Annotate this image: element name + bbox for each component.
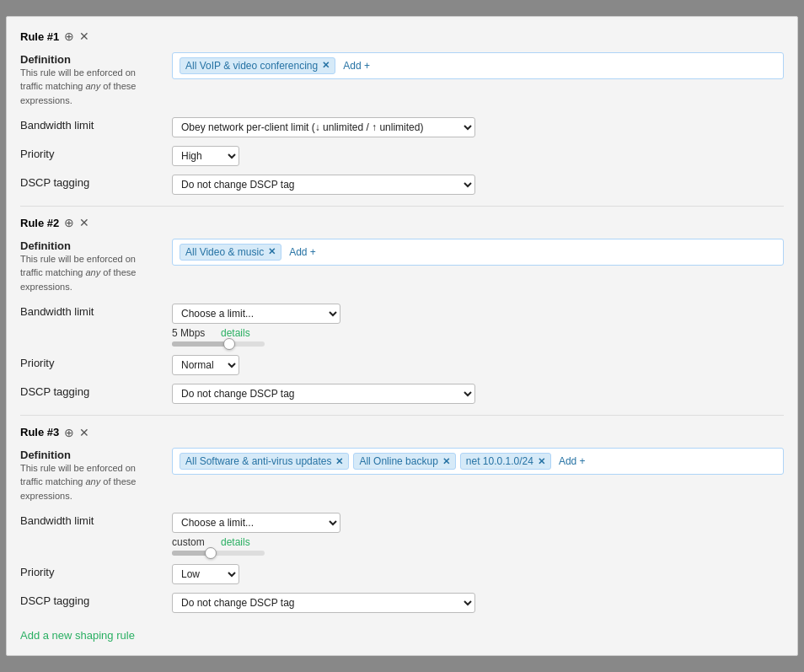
definition-label-1: DefinitionThis rule will be enforced ont… <box>20 48 172 113</box>
add-tag-button-3[interactable]: Add + <box>555 454 589 469</box>
priority-value-1: HighNormalLow <box>172 142 784 170</box>
rule-divider-1 <box>20 206 784 207</box>
definition-tags-1: All VoIP & video conferencing✕Add + <box>172 48 784 113</box>
bandwidth-label-2: Bandwidth limit <box>20 299 172 324</box>
slider-track-row-2 <box>172 341 784 347</box>
tag-text-3-0: All Software & anti-virus updates <box>185 455 331 467</box>
details-link-3[interactable]: details <box>221 536 250 548</box>
priority-label-2: Priority <box>20 351 172 375</box>
slider-thumb-2[interactable] <box>223 338 235 350</box>
slider-thumb-3[interactable] <box>205 547 217 559</box>
tag-text-3-2: net 10.0.1.0/24 <box>466 455 533 467</box>
tag-text-3-1: All Online backup <box>359 455 437 467</box>
add-rule-link[interactable]: Add a new shaping rule <box>20 629 135 642</box>
tag-2-0: All Video & music✕ <box>180 244 281 261</box>
slider-track-3[interactable] <box>172 551 265 556</box>
rule-body-2: DefinitionThis rule will be enforced ont… <box>20 234 784 408</box>
bandwidth-value-3: Choose a limit...Obey network per-client… <box>172 508 784 560</box>
add-tag-button-1[interactable]: Add + <box>340 58 373 73</box>
main-container: Rule #1⊕✕DefinitionThis rule will be enf… <box>6 16 798 657</box>
rule-section-3: Rule #3⊕✕DefinitionThis rule will be enf… <box>20 422 784 617</box>
dscp-select-1[interactable]: Do not change DSCP tag <box>172 175 475 195</box>
rule-title-3: Rule #3 <box>20 426 59 438</box>
rule-delete-icon-3[interactable]: ✕ <box>79 427 89 438</box>
dscp-select-3[interactable]: Do not change DSCP tag <box>172 593 475 613</box>
slider-track-row-3 <box>172 551 784 556</box>
slider-label-2: 5 Mbps <box>172 327 214 339</box>
rule-move-icon-3[interactable]: ⊕ <box>64 427 74 438</box>
tag-text-1-0: All VoIP & video conferencing <box>185 60 318 72</box>
bandwidth-select-1[interactable]: Obey network per-client limit (↓ unlimit… <box>172 117 475 137</box>
rule-delete-icon-2[interactable]: ✕ <box>79 217 89 228</box>
tag-3-2: net 10.0.1.0/24✕ <box>460 453 551 470</box>
tag-remove-2-0[interactable]: ✕ <box>268 246 276 257</box>
tag-3-0: All Software & anti-virus updates✕ <box>180 453 349 470</box>
dscp-label-3: DSCP tagging <box>20 589 172 613</box>
priority-select-3[interactable]: HighNormalLow <box>172 564 239 584</box>
slider-area-2: 5 Mbpsdetails <box>172 327 784 347</box>
definition-tags-3: All Software & anti-virus updates✕All On… <box>172 444 784 508</box>
bandwidth-label-1: Bandwidth limit <box>20 113 172 137</box>
bandwidth-value-2: Choose a limit...Obey network per-client… <box>172 299 784 351</box>
slider-track-2[interactable] <box>172 341 265 347</box>
rule-body-3: DefinitionThis rule will be enforced ont… <box>20 444 784 617</box>
rule-section-1: Rule #1⊕✕DefinitionThis rule will be enf… <box>20 27 784 199</box>
rule-divider-2 <box>20 415 784 416</box>
bandwidth-select-3[interactable]: Choose a limit...Obey network per-client… <box>172 513 340 533</box>
priority-label-1: Priority <box>20 142 172 166</box>
tag-row-1: All VoIP & video conferencing✕Add + <box>172 52 784 79</box>
rule-title-1: Rule #1 <box>20 30 59 43</box>
priority-select-1[interactable]: HighNormalLow <box>172 146 239 166</box>
dscp-label-2: DSCP tagging <box>20 379 172 404</box>
rule-header-2: Rule #2⊕✕ <box>20 213 784 229</box>
tag-1-0: All VoIP & video conferencing✕ <box>180 57 335 74</box>
tag-text-2-0: All Video & music <box>185 246 264 258</box>
priority-value-2: HighNormalLow <box>172 351 784 379</box>
definition-tags-2: All Video & music✕Add + <box>172 234 784 299</box>
rule-header-1: Rule #1⊕✕ <box>20 27 784 43</box>
tag-3-1: All Online backup✕ <box>353 453 455 470</box>
rule-delete-icon-1[interactable]: ✕ <box>79 30 89 42</box>
rule-move-icon-1[interactable]: ⊕ <box>64 30 74 42</box>
slider-row-2: 5 Mbpsdetails <box>172 327 784 339</box>
rule-header-3: Rule #3⊕✕ <box>20 422 784 438</box>
bandwidth-select-2[interactable]: Choose a limit...Obey network per-client… <box>172 304 340 324</box>
tag-remove-3-0[interactable]: ✕ <box>335 456 343 467</box>
rule-title-2: Rule #2 <box>20 217 59 229</box>
add-tag-button-2[interactable]: Add + <box>286 245 319 260</box>
tag-row-2: All Video & music✕Add + <box>172 239 784 266</box>
dscp-value-1: Do not change DSCP tag <box>172 170 784 199</box>
slider-fill-2 <box>172 341 229 347</box>
tag-remove-1-0[interactable]: ✕ <box>322 60 330 71</box>
priority-label-3: Priority <box>20 560 172 584</box>
dscp-label-1: DSCP tagging <box>20 170 172 195</box>
tag-remove-3-1[interactable]: ✕ <box>442 456 450 467</box>
bandwidth-label-3: Bandwidth limit <box>20 508 172 533</box>
slider-label-3: custom <box>172 536 214 548</box>
dscp-value-2: Do not change DSCP tag <box>172 379 784 408</box>
tag-remove-3-2[interactable]: ✕ <box>538 456 545 467</box>
details-link-2[interactable]: details <box>221 327 250 339</box>
rule-section-2: Rule #2⊕✕DefinitionThis rule will be enf… <box>20 213 784 408</box>
dscp-select-2[interactable]: Do not change DSCP tag <box>172 384 475 404</box>
priority-select-2[interactable]: HighNormalLow <box>172 355 239 375</box>
bandwidth-value-1: Obey network per-client limit (↓ unlimit… <box>172 113 784 142</box>
dscp-value-3: Do not change DSCP tag <box>172 589 784 617</box>
slider-area-3: customdetails <box>172 536 784 556</box>
tag-row-3: All Software & anti-virus updates✕All On… <box>172 448 784 475</box>
rule-body-1: DefinitionThis rule will be enforced ont… <box>20 48 784 199</box>
definition-label-2: DefinitionThis rule will be enforced ont… <box>20 234 172 299</box>
definition-label-3: DefinitionThis rule will be enforced ont… <box>20 444 172 508</box>
rule-move-icon-2[interactable]: ⊕ <box>64 217 74 228</box>
priority-value-3: HighNormalLow <box>172 560 784 589</box>
slider-row-3: customdetails <box>172 536 784 548</box>
